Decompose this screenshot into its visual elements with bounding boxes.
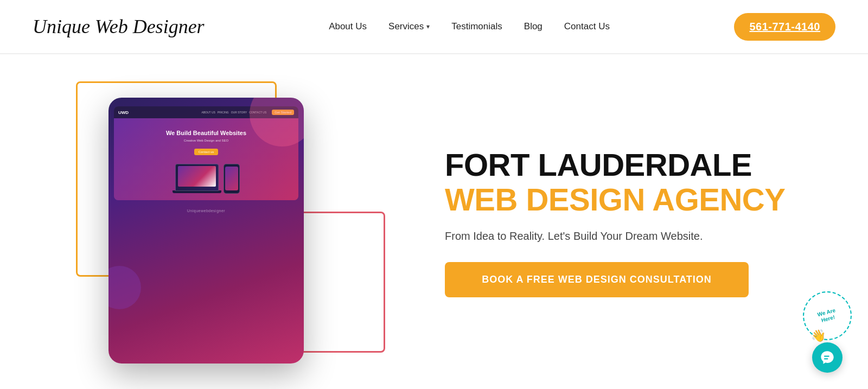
nav-testimonials[interactable]: Testimonials [451, 21, 502, 32]
main-nav: About Us Services ▾ Testimonials Blog Co… [329, 21, 610, 32]
hero-subtitle: From Idea to Reality. Let's Build Your D… [445, 230, 835, 243]
mini-nav-item-1: ABOUT US [201, 111, 215, 114]
mini-phone-screen [225, 167, 238, 190]
we-are-here-badge: We AreHere! 👋 [803, 291, 852, 340]
chat-icon [820, 350, 835, 365]
mini-cta-btn: Contact us [194, 149, 219, 155]
phone-button[interactable]: 561-771-4140 [734, 13, 835, 41]
cta-button[interactable]: BOOK A FREE WEB DESIGN CONSULTATION [445, 262, 749, 297]
hero-content: FORT LAUDERDALE WEB DESIGN AGENCY From I… [401, 148, 835, 297]
device-mockup: UWD ABOUT US PRICING OUR STORY CONTACT U… [108, 98, 304, 364]
mini-laptop [175, 164, 219, 191]
mini-laptop-wrapper [173, 164, 221, 194]
mini-phone [224, 164, 240, 194]
mini-nav-item-2: PRICING [218, 111, 229, 114]
chat-widget: We AreHere! 👋 [803, 291, 852, 373]
site-logo[interactable]: Unique Web Designer [33, 15, 205, 38]
nav-about[interactable]: About Us [329, 21, 367, 32]
chevron-down-icon: ▾ [426, 23, 430, 30]
mini-laptop-base [173, 190, 221, 193]
nav-services[interactable]: Services ▾ [388, 21, 430, 32]
mini-logo: UWD [118, 110, 129, 115]
deco-circle-2 [108, 266, 141, 309]
we-are-here-text: We AreHere! [817, 307, 838, 324]
header: Unique Web Designer About Us Services ▾ … [0, 0, 868, 54]
nav-blog[interactable]: Blog [524, 21, 542, 32]
hero-title-line2: WEB DESIGN AGENCY [445, 182, 835, 217]
we-are-here-circle: We AreHere! [803, 291, 852, 340]
nav-contact[interactable]: Contact Us [564, 21, 610, 32]
device-footer: Uniquewebdesigner [108, 205, 304, 217]
mini-laptop-screen [178, 166, 216, 187]
mini-devices-display [120, 164, 292, 194]
hero-visual: UWD ABOUT US PRICING OUR STORY CONTACT U… [65, 76, 401, 369]
chat-bubble-button[interactable] [812, 342, 843, 373]
hand-icon: 👋 [811, 329, 826, 343]
hero-section: UWD ABOUT US PRICING OUR STORY CONTACT U… [0, 54, 868, 389]
mini-nav-item-3: OUR STORY [231, 111, 247, 114]
hero-title-line1: FORT LAUDERDALE [445, 148, 835, 182]
